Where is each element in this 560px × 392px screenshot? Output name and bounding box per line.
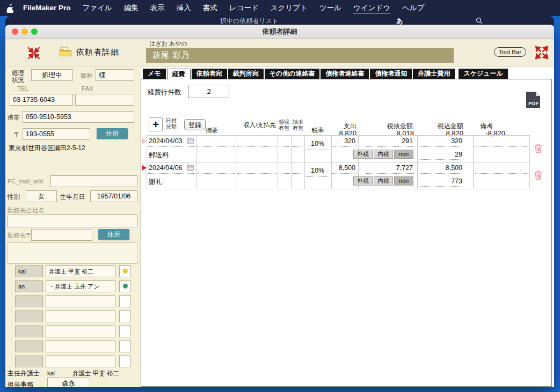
lawyer-code-field[interactable]	[15, 356, 43, 367]
clerk-field[interactable]: 森永	[47, 378, 90, 387]
lawyer-flag-field[interactable]	[119, 326, 131, 337]
excl-tax-field[interactable]: 291	[366, 136, 414, 147]
memo-field[interactable]	[197, 163, 235, 174]
lawyer-flag-field[interactable]	[119, 280, 131, 292]
work-address-lookup-button[interactable]: 住所	[98, 229, 129, 240]
note-field[interactable]	[475, 136, 527, 147]
category-field[interactable]: 郵送料	[149, 151, 169, 160]
tax-type-external-button[interactable]: 外税	[353, 150, 373, 159]
pc-mail-field[interactable]	[50, 175, 137, 187]
tax-rate-field[interactable]: 10%	[305, 165, 330, 177]
payee-field[interactable]	[237, 136, 277, 147]
lawyer-code-field[interactable]	[15, 310, 43, 322]
tab-other-letters[interactable]: その他の連絡書	[265, 69, 320, 79]
calendar-icon[interactable]	[187, 164, 194, 174]
invoice-flag-field[interactable]	[292, 136, 303, 147]
tab-expenses[interactable]: 経費	[167, 69, 191, 79]
lawyer-code-field[interactable]: an	[15, 280, 43, 292]
postal-field[interactable]: 193-0555	[23, 128, 90, 140]
lawyer-name-field[interactable]: 弁護士 甲斐 裕二	[46, 265, 115, 277]
lawyer-flag-field[interactable]	[119, 356, 131, 367]
record-marker[interactable]	[142, 165, 147, 171]
zoom-button[interactable]	[31, 28, 38, 35]
date-field[interactable]: 2024/04/06	[148, 163, 195, 174]
expand-arrows-icon[interactable]	[534, 45, 549, 62]
tab-schedule[interactable]: スケジュール	[459, 69, 507, 79]
lawyer-name-field[interactable]	[46, 356, 115, 367]
category-field[interactable]: 謝礼	[149, 177, 162, 187]
record-marker[interactable]	[142, 138, 147, 144]
incl-tax-field[interactable]: 8,500	[420, 163, 463, 174]
lawyer-code-field[interactable]	[15, 295, 43, 307]
lawyer-name-field[interactable]	[46, 295, 115, 307]
honorific-field[interactable]: 様	[96, 69, 134, 81]
date-field[interactable]: 2024/04/03	[148, 136, 195, 147]
menu-window[interactable]: ウインドウ	[347, 0, 396, 16]
tab-memo[interactable]: メモ	[143, 69, 166, 79]
menu-records[interactable]: レコード	[223, 0, 265, 16]
gender-field[interactable]: 女	[26, 190, 57, 202]
delete-row-button[interactable]	[533, 170, 543, 181]
menu-view[interactable]: 表示	[144, 0, 171, 16]
expense-amount-field[interactable]: 320	[332, 136, 357, 147]
invoice-flag-field[interactable]	[292, 163, 303, 174]
work-postal-field[interactable]	[31, 229, 92, 241]
tab-attorney-fees[interactable]: 弁護士費用	[413, 69, 455, 79]
toolbar-button[interactable]: Tool Bar	[494, 47, 526, 57]
delete-row-button[interactable]	[533, 143, 543, 154]
receipt-flag-field[interactable]	[279, 163, 290, 174]
calendar-icon[interactable]	[187, 137, 194, 147]
payee-field[interactable]	[237, 163, 277, 174]
apple-menu-icon[interactable]	[6, 4, 14, 13]
close-button[interactable]	[12, 28, 18, 35]
tax-type-internal-button[interactable]: 内税	[374, 176, 393, 186]
menu-app-name[interactable]: FileMaker Pro	[17, 0, 77, 16]
lawyer-name-field[interactable]	[46, 341, 115, 352]
minimize-button[interactable]	[21, 28, 28, 35]
lawyer-code-field[interactable]	[15, 341, 43, 352]
tax-rate-field[interactable]: 10%	[305, 138, 330, 150]
window-titlebar[interactable]: 依頼者詳細	[5, 25, 554, 39]
lawyer-flag-field[interactable]	[119, 341, 131, 352]
add-row-button[interactable]: +	[149, 117, 163, 131]
menu-file[interactable]: ファイル	[77, 0, 118, 16]
lawyer-flag-field[interactable]	[119, 310, 131, 322]
menu-help[interactable]: ヘルプ	[396, 0, 430, 16]
memo-field[interactable]	[197, 136, 235, 147]
expense-amount-field[interactable]: 8,500	[332, 163, 357, 174]
tab-client-letter[interactable]: 依頼者宛	[192, 69, 227, 79]
fax-field[interactable]	[75, 94, 134, 106]
menu-tools[interactable]: ツール	[314, 0, 347, 16]
note-field[interactable]	[475, 163, 527, 174]
work-address-field[interactable]	[8, 242, 137, 264]
background-window-strip[interactable]: 択中の依頼者リスト あ	[5, 16, 554, 25]
tax-type-non-button[interactable]: non	[394, 150, 413, 159]
client-name-field[interactable]: 萩尾 彩乃	[146, 48, 454, 63]
menu-scripts[interactable]: スクリプト	[265, 0, 314, 16]
lawyer-code-field[interactable]: kai	[15, 265, 43, 277]
lawyer-name-field[interactable]	[46, 310, 115, 322]
tel-field[interactable]: 03-1735-6043	[10, 94, 73, 106]
tab-creditor-notice[interactable]: 債権者通知	[370, 69, 412, 79]
tab-creditor-letters[interactable]: 債権者連絡書	[321, 69, 369, 79]
tax-type-external-button[interactable]: 外税	[353, 176, 373, 186]
row-count-field[interactable]: 2	[188, 85, 229, 98]
tax-type-internal-button[interactable]: 内税	[374, 150, 393, 159]
lawyer-flag-field[interactable]	[119, 265, 131, 277]
menu-insert[interactable]: 挿入	[171, 0, 197, 16]
pdf-export-icon[interactable]: PDF	[526, 91, 541, 108]
company-field[interactable]	[8, 215, 137, 227]
lawyer-code-field[interactable]	[15, 326, 43, 337]
excl-tax-field[interactable]: 7,727	[366, 163, 414, 174]
lawyer-name-field[interactable]: ・弁護士 玉井 アン	[46, 280, 115, 292]
address-text[interactable]: 東京都世田谷区瀬田2-5-12	[9, 144, 85, 153]
address-lookup-button[interactable]: 住所	[97, 128, 128, 139]
birth-field[interactable]: 1957/01/06	[90, 190, 137, 202]
register-button[interactable]: 登録	[184, 119, 206, 130]
tab-court[interactable]: 裁判所宛	[228, 69, 264, 79]
menu-format[interactable]: 書式	[197, 0, 223, 16]
lawyer-flag-field[interactable]	[119, 295, 131, 307]
mobile-field[interactable]: 050-9510-5953	[23, 111, 134, 123]
incl-tax-field[interactable]: 320	[420, 136, 463, 147]
receipt-flag-field[interactable]	[279, 136, 290, 147]
